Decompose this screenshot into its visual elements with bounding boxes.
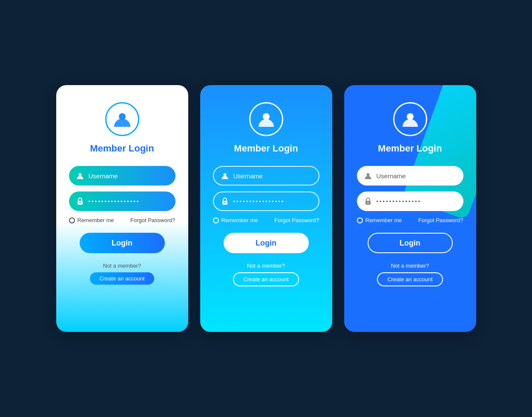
- avatar-3: [393, 102, 427, 136]
- svg-point-5: [223, 173, 226, 176]
- username-field-2[interactable]: Username: [213, 166, 319, 186]
- svg-point-4: [263, 113, 270, 120]
- login-card-3: Member Login Username ••••••••••••••: [344, 85, 476, 332]
- forgot-password-1[interactable]: Forgot Password?: [130, 217, 175, 223]
- user-icon-3: [401, 110, 420, 129]
- remember-radio-1[interactable]: [69, 217, 75, 223]
- cards-container: Member Login Username ••••••••••••••••: [56, 85, 476, 332]
- remember-radio-3[interactable]: [357, 217, 363, 223]
- card-title-2: Member Login: [234, 143, 298, 154]
- svg-point-8: [407, 113, 414, 120]
- not-member-2: Not a member?: [247, 263, 285, 269]
- login-button-2[interactable]: Login: [224, 233, 309, 253]
- user-icon-username-1: [76, 171, 84, 180]
- forgot-password-2[interactable]: Forgot Password?: [274, 217, 319, 223]
- lock-icon-3: [364, 197, 372, 206]
- not-member-3: Not a member?: [391, 263, 429, 269]
- svg-point-11: [367, 202, 368, 203]
- remember-label-3: Remember me: [365, 217, 402, 223]
- remember-left-2[interactable]: Remember me: [213, 217, 258, 223]
- card-title-1: Member Login: [90, 143, 154, 154]
- password-field-1[interactable]: ••••••••••••••••: [69, 191, 175, 211]
- svg-point-3: [79, 202, 81, 203]
- not-member-1: Not a member?: [103, 263, 141, 269]
- password-placeholder-1: ••••••••••••••••: [89, 198, 169, 205]
- remember-left-3[interactable]: Remember me: [357, 217, 402, 223]
- password-placeholder-3: ••••••••••••••: [377, 198, 457, 205]
- lock-icon-2: [221, 197, 229, 206]
- card-title-3: Member Login: [378, 143, 442, 154]
- remember-label-1: Remember me: [78, 217, 114, 223]
- remember-row-2: Remember me Forgot Password?: [213, 217, 319, 223]
- remember-radio-2[interactable]: [213, 217, 219, 223]
- remember-left-1[interactable]: Remember me: [69, 217, 114, 223]
- remember-row-3: Remember me Forgot Password?: [357, 217, 463, 223]
- username-placeholder-2: Username: [233, 172, 312, 180]
- avatar-1: [105, 102, 139, 136]
- create-account-button-2[interactable]: Create an account: [233, 272, 299, 286]
- user-icon-username-3: [364, 171, 372, 180]
- user-icon-username-2: [221, 171, 229, 180]
- remember-label-2: Remember me: [221, 217, 258, 223]
- lock-icon-1: [76, 197, 84, 206]
- username-placeholder-3: Username: [377, 172, 457, 180]
- create-account-button-3[interactable]: Create an account: [377, 272, 443, 286]
- password-field-3[interactable]: ••••••••••••••: [357, 191, 463, 211]
- login-button-1[interactable]: Login: [80, 233, 165, 253]
- svg-point-7: [224, 202, 225, 203]
- svg-point-9: [366, 173, 369, 176]
- remember-row-1: Remember me Forgot Password?: [69, 217, 175, 223]
- forgot-password-3[interactable]: Forgot Password?: [418, 217, 463, 223]
- login-card-2: Member Login Username ••••••••••••••••: [200, 85, 332, 332]
- svg-point-1: [78, 173, 81, 176]
- login-card-1: Member Login Username ••••••••••••••••: [56, 85, 188, 332]
- create-account-button-1[interactable]: Create an account: [90, 272, 154, 285]
- user-icon-1: [113, 110, 132, 129]
- login-button-3[interactable]: Login: [368, 233, 453, 253]
- user-icon-2: [257, 110, 276, 129]
- password-field-2[interactable]: ••••••••••••••••: [213, 191, 319, 211]
- avatar-2: [249, 102, 283, 136]
- username-field-1[interactable]: Username: [69, 166, 175, 186]
- username-field-3[interactable]: Username: [357, 166, 463, 186]
- username-placeholder-1: Username: [89, 172, 169, 180]
- password-placeholder-2: ••••••••••••••••: [233, 198, 312, 205]
